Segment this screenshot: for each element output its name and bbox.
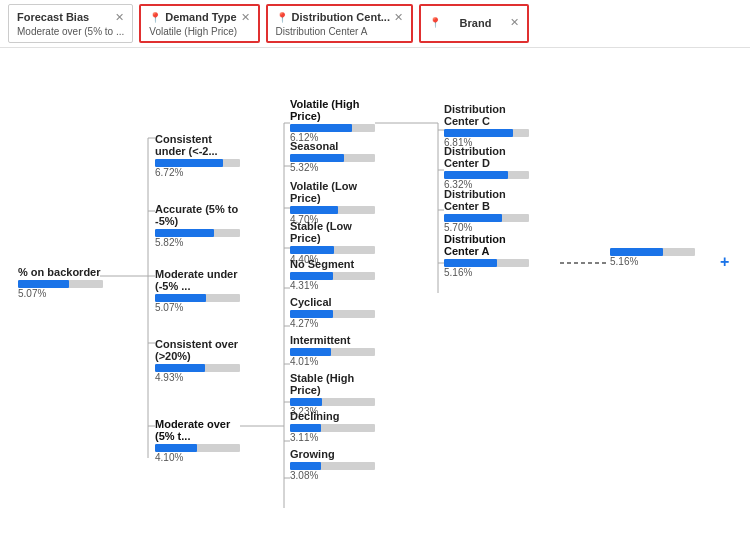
col2-bar-6: [290, 348, 375, 356]
expand-plus-icon[interactable]: +: [720, 253, 729, 271]
filter-demand-type-title: Demand Type: [165, 11, 236, 23]
col2-bar-4: [290, 272, 375, 280]
col1-bar-fill-2: [155, 294, 206, 302]
col2-bar-fill-3: [290, 246, 334, 254]
col1-node-1: Accurate (5% to -5%)5.82%: [155, 203, 240, 248]
col1-bar-4: [155, 444, 240, 452]
col2-value-9: 3.08%: [290, 470, 375, 481]
filter-demand-type-close[interactable]: ✕: [241, 11, 250, 24]
col2-bar-fill-7: [290, 398, 322, 406]
col3-node-0: Distribution Center C6.81%: [444, 103, 529, 148]
filter-forecast-bias[interactable]: Forecast Bias ✕ Moderate over (5% to ...: [8, 4, 133, 43]
col2-label-2: Volatile (Low Price): [290, 180, 375, 204]
col3-value-3: 5.16%: [444, 267, 529, 278]
col3-bar-fill-1: [444, 171, 508, 179]
filters-bar: Forecast Bias ✕ Moderate over (5% to ...…: [0, 0, 750, 48]
root-node: % on backorder 5.07%: [18, 266, 103, 299]
pin-icon-distrib: 📍: [276, 12, 288, 23]
col1-label-2: Moderate under (-5% ...: [155, 268, 240, 292]
col2-label-4: No Segment: [290, 258, 375, 270]
col3-label-2: Distribution Center B: [444, 188, 529, 212]
col1-value-4: 4.10%: [155, 452, 240, 463]
filter-forecast-bias-close[interactable]: ✕: [115, 11, 124, 24]
filter-brand[interactable]: 📍 Brand ✕: [419, 4, 529, 43]
filter-brand-close[interactable]: ✕: [510, 16, 519, 29]
col2-bar-fill-1: [290, 154, 344, 162]
col1-node-4: Moderate over (5% t...4.10%: [155, 418, 240, 463]
col3-node-2: Distribution Center B5.70%: [444, 188, 529, 233]
col2-label-0: Volatile (High Price): [290, 98, 375, 122]
col2-bar-5: [290, 310, 375, 318]
col2-label-9: Growing: [290, 448, 375, 460]
col3-bar-2: [444, 214, 529, 222]
col2-bar-2: [290, 206, 375, 214]
col3-label-3: Distribution Center A: [444, 233, 529, 257]
col2-bar-fill-2: [290, 206, 338, 214]
filter-distribution-center-close[interactable]: ✕: [394, 11, 403, 24]
col1-value-2: 5.07%: [155, 302, 240, 313]
filter-distribution-center[interactable]: 📍 Distribution Cent... ✕ Distribution Ce…: [266, 4, 413, 43]
col2-value-5: 4.27%: [290, 318, 375, 329]
col2-node-0: Volatile (High Price)6.12%: [290, 98, 375, 143]
col1-node-3: Consistent over (>20%)4.93%: [155, 338, 240, 383]
col3-value-2: 5.70%: [444, 222, 529, 233]
col2-bar-fill-8: [290, 424, 321, 432]
col2-bar-fill-0: [290, 124, 352, 132]
col1-bar-fill-4: [155, 444, 197, 452]
col1-label-3: Consistent over (>20%): [155, 338, 240, 362]
col2-value-6: 4.01%: [290, 356, 375, 367]
col4-bar: [610, 248, 695, 256]
root-label: % on backorder: [18, 266, 103, 278]
col2-bar-fill-4: [290, 272, 333, 280]
filter-distribution-center-title: Distribution Cent...: [292, 11, 390, 23]
col1-label-4: Moderate over (5% t...: [155, 418, 240, 442]
col3-bar-fill-3: [444, 259, 497, 267]
col1-label-0: Consistent under (<-2...: [155, 133, 240, 157]
col4-node: 5.16%: [610, 246, 695, 267]
col1-bar-3: [155, 364, 240, 372]
col1-value-3: 4.93%: [155, 372, 240, 383]
col2-label-7: Stable (High Price): [290, 372, 375, 396]
col2-bar-1: [290, 154, 375, 162]
col2-bar-8: [290, 424, 375, 432]
col2-value-1: 5.32%: [290, 162, 375, 173]
filter-brand-title: Brand: [460, 17, 492, 29]
col1-bar-1: [155, 229, 240, 237]
col3-bar-fill-0: [444, 129, 513, 137]
col2-node-9: Growing3.08%: [290, 448, 375, 481]
col2-bar-fill-5: [290, 310, 333, 318]
col1-bar-fill-3: [155, 364, 205, 372]
col2-bar-0: [290, 124, 375, 132]
col1-node-0: Consistent under (<-2...6.72%: [155, 133, 240, 178]
col2-node-5: Cyclical4.27%: [290, 296, 375, 329]
col4-bar-fill: [610, 248, 663, 256]
connection-lines: [0, 48, 750, 558]
col2-bar-fill-6: [290, 348, 331, 356]
filter-distribution-center-value: Distribution Center A: [276, 26, 396, 37]
col3-bar-1: [444, 171, 529, 179]
col3-node-1: Distribution Center D6.32%: [444, 145, 529, 190]
col2-value-8: 3.11%: [290, 432, 375, 443]
col2-bar-9: [290, 462, 375, 470]
col1-node-2: Moderate under (-5% ...5.07%: [155, 268, 240, 313]
col2-node-4: No Segment4.31%: [290, 258, 375, 291]
root-value: 5.07%: [18, 288, 103, 299]
col3-bar-0: [444, 129, 529, 137]
filter-demand-type[interactable]: 📍 Demand Type ✕ Volatile (High Price): [139, 4, 259, 43]
col3-node-3: Distribution Center A5.16%: [444, 233, 529, 278]
col1-value-1: 5.82%: [155, 237, 240, 248]
col2-node-1: Seasonal5.32%: [290, 140, 375, 173]
col1-bar-2: [155, 294, 240, 302]
filter-forecast-bias-title: Forecast Bias: [17, 11, 89, 23]
col1-bar-fill-1: [155, 229, 214, 237]
col3-bar-3: [444, 259, 529, 267]
filter-forecast-bias-value: Moderate over (5% to ...: [17, 26, 124, 37]
root-bar-fill: [18, 280, 69, 288]
col2-bar-3: [290, 246, 375, 254]
col2-label-8: Declining: [290, 410, 375, 422]
col2-value-4: 4.31%: [290, 280, 375, 291]
col1-bar-0: [155, 159, 240, 167]
col1-bar-fill-0: [155, 159, 223, 167]
col2-label-5: Cyclical: [290, 296, 375, 308]
col1-label-1: Accurate (5% to -5%): [155, 203, 240, 227]
